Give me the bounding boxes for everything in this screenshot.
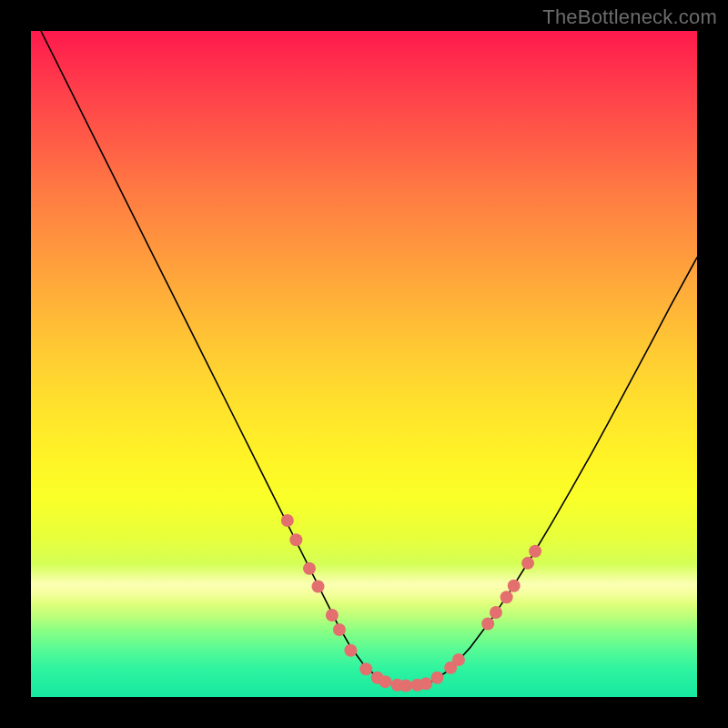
- curve-marker: [452, 653, 465, 666]
- curve-marker: [529, 545, 541, 558]
- curve-marker: [431, 672, 444, 684]
- curve-marker: [359, 662, 372, 675]
- watermark-text: TheBottleneck.com: [542, 5, 717, 29]
- curve-marker: [490, 606, 502, 619]
- curve-marker: [481, 617, 494, 630]
- curve-marker: [508, 580, 521, 592]
- plot-area: [31, 31, 697, 697]
- chart-frame: TheBottleneck.com: [0, 0, 728, 728]
- chart-svg: [31, 31, 697, 697]
- curve-marker: [521, 557, 534, 570]
- curve-marker: [420, 677, 432, 690]
- curve-marker: [311, 580, 324, 592]
- curve-marker: [281, 514, 294, 527]
- curve-marker: [303, 562, 316, 575]
- curve-marker: [289, 533, 302, 546]
- curve-marker: [500, 591, 513, 603]
- curve-marker: [379, 675, 391, 688]
- curve-marker: [333, 623, 346, 636]
- curve-marker: [399, 680, 412, 693]
- curve-marker: [326, 609, 339, 622]
- curve-marker: [344, 644, 357, 657]
- bottleneck-curve: [31, 31, 697, 686]
